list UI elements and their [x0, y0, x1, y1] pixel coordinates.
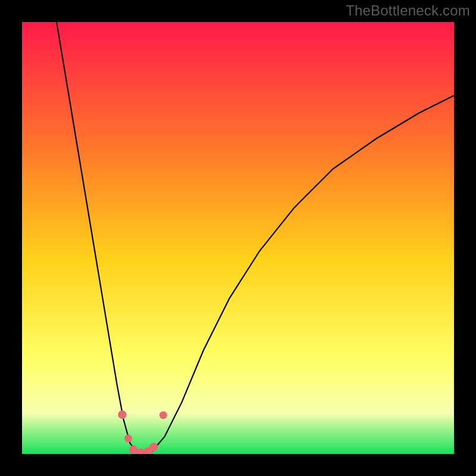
chart-frame: TheBottleneck.com — [0, 0, 476, 476]
data-marker — [159, 411, 167, 419]
data-marker — [124, 434, 132, 442]
data-marker — [129, 446, 137, 454]
gradient-background — [22, 22, 454, 454]
plot-svg — [22, 22, 454, 454]
watermark-text: TheBottleneck.com — [346, 2, 470, 19]
data-marker — [118, 411, 126, 419]
data-marker — [149, 443, 158, 451]
plot-area — [22, 22, 454, 454]
